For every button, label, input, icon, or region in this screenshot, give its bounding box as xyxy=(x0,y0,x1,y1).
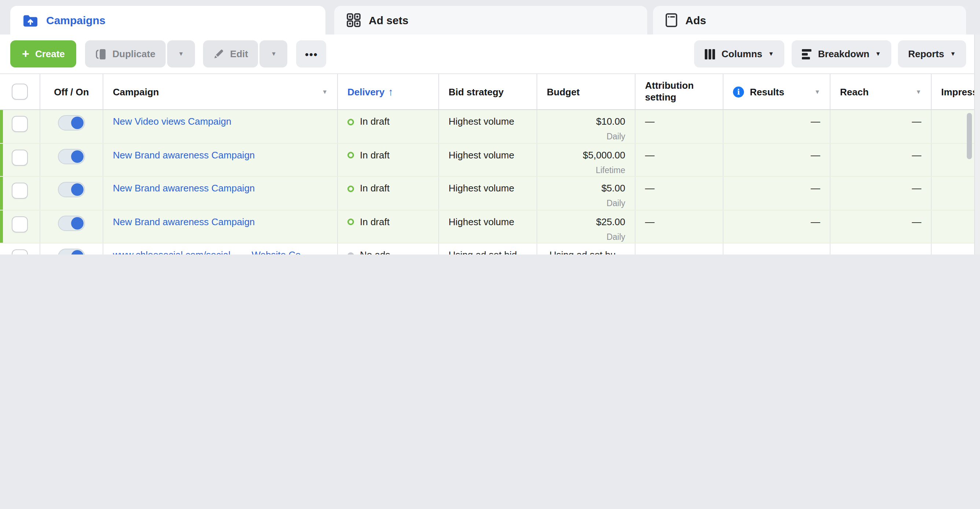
breakdown-icon xyxy=(802,49,812,59)
column-header-budget[interactable]: Budget xyxy=(537,74,635,109)
row-select-cell xyxy=(0,244,40,254)
campaign-cell: New Brand awareness Campaign xyxy=(103,177,338,209)
page-ads-icon xyxy=(665,13,677,27)
row-select-cell xyxy=(0,210,40,243)
info-icon xyxy=(733,86,744,97)
reach-cell: — xyxy=(830,110,932,143)
row-checkbox[interactable] xyxy=(12,116,28,132)
grid-ad-sets-icon xyxy=(347,13,361,27)
delivery-status-text: In draft xyxy=(360,149,390,161)
vertical-scrollbar[interactable] xyxy=(967,113,972,159)
tab-ad-sets-label: Ad sets xyxy=(369,14,408,26)
tab-campaigns-label: Campaigns xyxy=(46,14,105,26)
row-checkbox[interactable] xyxy=(12,216,28,232)
attribution-cell: — xyxy=(635,210,724,243)
budget-cell: $10.00Daily xyxy=(537,110,635,143)
delivery-cell: In draft xyxy=(338,110,439,143)
toggle-knob xyxy=(71,116,84,129)
columns-icon xyxy=(705,49,716,59)
delivery-status-icon xyxy=(347,185,354,192)
level-tabs: Campaigns Ad sets Ads xyxy=(0,0,980,35)
toggle-knob xyxy=(71,217,84,229)
budget-cell: $5,000.00Lifetime xyxy=(537,144,635,176)
bid-strategy-cell: Highest volume xyxy=(439,144,537,176)
duplicate-dropdown-button[interactable] xyxy=(167,40,195,67)
budget-cell: Using ad set bu… xyxy=(537,244,635,254)
campaign-link[interactable]: New Brand awareness Campaign xyxy=(113,149,255,160)
column-header-campaign[interactable]: Campaign xyxy=(103,74,338,109)
toolbar: Create Duplicate Edit ••• xyxy=(0,35,980,73)
campaign-on-off-toggle[interactable] xyxy=(58,249,85,254)
chevron-down-icon xyxy=(815,88,820,95)
campaign-on-off-toggle[interactable] xyxy=(58,182,85,197)
campaign-link[interactable]: www.chloesocial.com/social-… - Website C… xyxy=(113,249,310,254)
delivery-cell: In draft xyxy=(338,210,439,243)
campaign-on-off-toggle[interactable] xyxy=(58,215,85,231)
tab-ads[interactable]: Ads xyxy=(653,6,966,35)
row-checkbox[interactable] xyxy=(12,149,28,165)
plus-icon xyxy=(22,47,29,60)
row-select-cell xyxy=(0,177,40,209)
delivery-status-icon xyxy=(347,252,354,254)
campaign-on-off-toggle[interactable] xyxy=(58,148,85,164)
edit-button[interactable]: Edit xyxy=(203,40,258,67)
table-row: New Video views CampaignIn draftHighest … xyxy=(0,110,975,144)
column-header-delivery[interactable]: Delivery ↑ xyxy=(338,74,439,109)
delivery-status-text: In draft xyxy=(360,183,390,195)
attribution-cell: — xyxy=(635,144,724,176)
chevron-down-icon xyxy=(768,51,774,57)
tab-ad-sets[interactable]: Ad sets xyxy=(334,6,647,35)
row-toggle-cell xyxy=(40,110,103,143)
column-header-off-on: Off / On xyxy=(40,74,103,109)
reach-cell: — xyxy=(830,244,932,254)
reports-button[interactable]: Reports xyxy=(898,40,966,67)
table-row: www.chloesocial.com/social-… - Website C… xyxy=(0,244,975,254)
columns-button[interactable]: Columns xyxy=(695,40,784,67)
folder-campaigns-icon xyxy=(23,14,38,27)
reach-cell: — xyxy=(830,177,932,209)
campaign-link[interactable]: New Brand awareness Campaign xyxy=(113,216,255,227)
table-row: New Brand awareness CampaignIn draftHigh… xyxy=(0,144,975,177)
campaign-link[interactable]: New Brand awareness Campaign xyxy=(113,183,255,194)
results-cell: — xyxy=(724,244,830,254)
row-toggle-cell xyxy=(40,144,103,176)
delivery-status-icon xyxy=(347,118,354,125)
breakdown-button[interactable]: Breakdown xyxy=(792,40,891,67)
select-all-cell xyxy=(0,74,40,109)
row-toggle-cell xyxy=(40,210,103,243)
chevron-down-icon xyxy=(950,51,956,57)
create-button[interactable]: Create xyxy=(10,40,76,67)
campaign-cell: New Video views Campaign xyxy=(103,110,338,143)
bid-strategy-cell: Highest volume xyxy=(439,110,537,143)
column-header-impressions[interactable]: Impressions xyxy=(932,74,975,109)
tab-campaigns[interactable]: Campaigns xyxy=(10,6,325,35)
column-header-bid-strategy[interactable]: Bid strategy xyxy=(439,74,537,109)
ellipsis-icon: ••• xyxy=(305,48,318,60)
toggle-knob xyxy=(71,183,84,196)
row-toggle-cell xyxy=(40,244,103,254)
results-cell: — xyxy=(724,210,830,243)
row-checkbox[interactable] xyxy=(12,183,28,199)
duplicate-button[interactable]: Duplicate xyxy=(85,40,165,67)
row-select-cell xyxy=(0,110,40,143)
budget-cell: $25.00Daily xyxy=(537,210,635,243)
row-checkbox[interactable] xyxy=(12,249,28,254)
attribution-cell: - xyxy=(635,244,724,254)
budget-cell: $5.00Daily xyxy=(537,177,635,209)
chevron-down-icon xyxy=(271,51,277,57)
reach-cell: — xyxy=(830,210,932,243)
campaign-link[interactable]: New Video views Campaign xyxy=(113,116,231,127)
edit-dropdown-button[interactable] xyxy=(260,40,288,67)
more-options-button[interactable]: ••• xyxy=(296,40,326,67)
delivery-cell: No ads xyxy=(338,244,439,254)
toggle-knob xyxy=(71,150,84,163)
toggle-knob xyxy=(71,250,84,254)
column-header-results[interactable]: Results xyxy=(724,74,830,109)
delivery-status-text: In draft xyxy=(360,116,390,128)
duplicate-icon xyxy=(95,48,107,60)
select-all-checkbox[interactable] xyxy=(12,84,28,100)
column-header-attribution[interactable]: Attribution setting xyxy=(635,74,724,109)
campaign-on-off-toggle[interactable] xyxy=(58,115,85,131)
duplicate-button-label: Duplicate xyxy=(113,48,155,59)
column-header-reach[interactable]: Reach xyxy=(830,74,932,109)
